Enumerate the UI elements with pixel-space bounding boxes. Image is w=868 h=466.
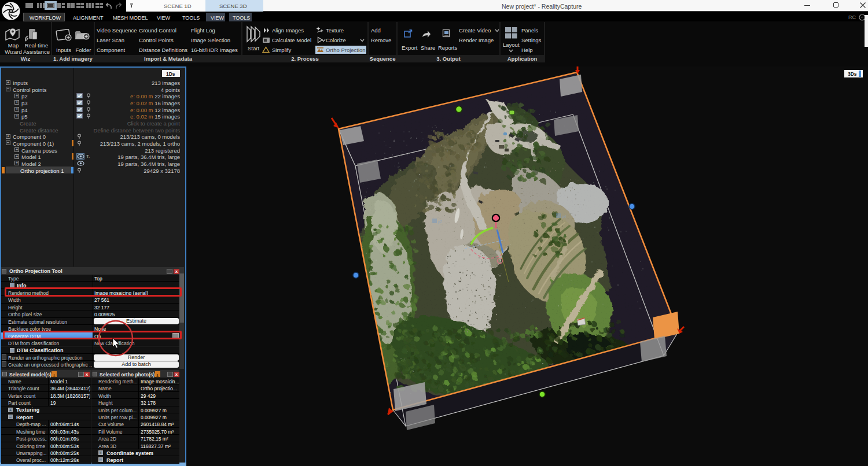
svg-text:p2: p2 — [438, 220, 443, 224]
svg-text:p4: p4 — [562, 214, 567, 219]
